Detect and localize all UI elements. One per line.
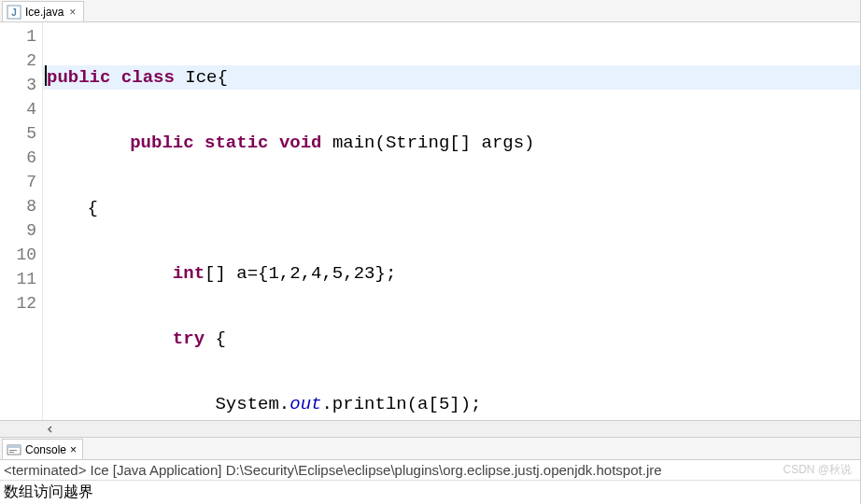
- svg-rect-3: [7, 445, 21, 448]
- line-number: 1: [0, 24, 42, 49]
- console-panel: <terminated> Ice [Java Application] D:\S…: [0, 460, 860, 504]
- code-line[interactable]: public static void main(String[] args): [43, 131, 860, 155]
- console-status: <terminated> Ice [Java Application] D:\S…: [0, 460, 860, 481]
- line-number: 7: [0, 170, 42, 194]
- code-line[interactable]: public class Ice{: [43, 65, 860, 90]
- scroll-left-icon[interactable]: [43, 423, 58, 436]
- console-icon: [7, 442, 21, 457]
- editor-tab-bar: J Ice.java ×: [0, 0, 860, 22]
- line-number: 12: [0, 291, 42, 315]
- console-tab-label: Console: [25, 443, 66, 456]
- svg-rect-4: [9, 450, 17, 451]
- code-line[interactable]: {: [43, 196, 860, 220]
- line-number: 5: [0, 121, 42, 146]
- line-number: 3: [0, 73, 42, 97]
- close-icon[interactable]: ×: [67, 6, 78, 19]
- console-output[interactable]: 数组访问越界: [0, 481, 860, 504]
- svg-text:J: J: [11, 7, 17, 18]
- horizontal-scrollbar[interactable]: [0, 421, 860, 438]
- line-number: 9: [0, 218, 42, 243]
- line-number: 11: [0, 267, 42, 291]
- line-number: 8: [0, 194, 42, 218]
- line-number: 2: [0, 49, 42, 73]
- java-file-icon: J: [7, 5, 21, 20]
- code-editor[interactable]: 1 2 3 4 5 6 7 8 9 10 11 12 public class …: [0, 22, 860, 421]
- svg-rect-5: [9, 452, 14, 453]
- code-area[interactable]: public class Ice{ public static void mai…: [43, 22, 860, 420]
- line-number-gutter: 1 2 3 4 5 6 7 8 9 10 11 12: [0, 22, 43, 420]
- code-line[interactable]: System.out.println(a[5]);: [43, 392, 860, 416]
- editor-tab[interactable]: J Ice.java ×: [2, 1, 84, 21]
- code-line[interactable]: try {: [43, 327, 860, 351]
- code-line[interactable]: int[] a={1,2,4,5,23};: [43, 261, 860, 286]
- line-number: 6: [0, 146, 42, 170]
- line-number: 4: [0, 97, 42, 121]
- close-icon[interactable]: ×: [70, 443, 77, 456]
- line-number: 10: [0, 243, 42, 267]
- console-tab[interactable]: Console ×: [2, 439, 83, 459]
- editor-tab-label: Ice.java: [25, 6, 64, 19]
- console-tab-bar: Console ×: [0, 438, 860, 460]
